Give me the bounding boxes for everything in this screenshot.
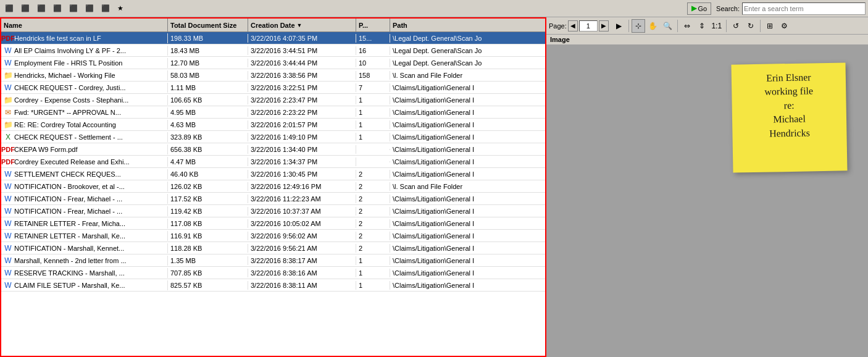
col-header-size[interactable]: Total Document Size [168, 19, 248, 32]
file-pages: 1 [356, 96, 390, 104]
prev-page-btn[interactable]: ◀ [568, 20, 578, 32]
zoom-in-btn[interactable]: 🔍 [661, 19, 675, 33]
table-row[interactable]: WSETTLEMENT CHECK REQUES...46.40 KB3/22/… [1, 168, 545, 180]
file-date: 3/22/2016 11:22:23 AM [248, 195, 356, 203]
table-row[interactable]: PDFHendricks file test scan in LF198.33 … [1, 32, 545, 44]
file-pages: 15... [356, 34, 390, 43]
page-input[interactable] [579, 20, 598, 32]
table-row[interactable]: WMarshall, Kenneth - 2nd letter from ...… [1, 254, 545, 267]
go-button[interactable]: ▶ Go [687, 2, 711, 15]
col-header-date[interactable]: Creation Date ▼ [248, 19, 356, 32]
file-path: \l. Scan and File Folder [390, 71, 545, 80]
file-name-cell: WAll EP Claims Involving LY & PF - 2... [1, 46, 168, 56]
col-header-name[interactable]: Name [1, 19, 168, 32]
table-row[interactable]: XCHECK REQUEST - Settlement - ...323.89 … [1, 131, 545, 143]
file-path: \Legal Dept. General\Scan Jo [390, 34, 545, 43]
table-row[interactable]: WNOTIFICATION - Marshall, Kennet...118.2… [1, 242, 545, 254]
table-row[interactable]: WRESERVE TRACKING - Marshall, ...707.85 … [1, 267, 545, 279]
image-toolbar: Page: ◀ ▶ ▶ ⊹ ✋ 🔍 ⇔ ⇕ 1:1 ↺ ↻ ⊞ ⚙ [546, 17, 868, 35]
file-name: RE: RE: Cordrey Total Accounting [14, 121, 116, 128]
table-row[interactable]: WNOTIFICATION - Frear, Michael - ...119.… [1, 205, 545, 217]
file-type-icon: W [4, 83, 12, 92]
toolbar-btn-1[interactable]: ⬛ [2, 2, 16, 15]
toolbar-btn-4[interactable]: ⬛ [51, 2, 64, 15]
file-size: 12.70 MB [168, 59, 248, 67]
file-path: \Claims/Litigation\General I [390, 96, 545, 104]
main-toolbar: ⬛ ⬛ ⬛ ⬛ ⬛ ⬛ ⬛ ★ ▶ Go Search: [0, 0, 868, 17]
file-date: 3/22/2016 2:01:57 PM [248, 120, 356, 129]
table-row[interactable]: ✉Fwd: *URGENT* -- APPROVAL N...4.95 MB3/… [1, 106, 545, 119]
actual-size-btn[interactable]: 1:1 [710, 19, 724, 33]
file-name: Hendricks file test scan in LF [14, 35, 101, 42]
toolbar-btn-6[interactable]: ⬛ [83, 2, 96, 15]
table-row[interactable]: 📁Cordrey - Expense Costs - Stephani...10… [1, 94, 545, 106]
file-path: \Claims/Litigation\General I [390, 133, 545, 141]
fit-page-btn[interactable]: ⇕ [695, 19, 709, 33]
file-path: \Claims/Litigation\General I [390, 145, 545, 154]
table-row[interactable]: WRETAINER LETTER - Marshall, Ke...116.91… [1, 230, 545, 242]
col-header-pages[interactable]: P... [356, 19, 390, 32]
toolbar-btn-3[interactable]: ⬛ [35, 2, 48, 15]
file-type-icon: W [4, 219, 12, 228]
file-path: \Claims/Litigation\General I [390, 170, 545, 178]
settings-btn[interactable]: ⚙ [778, 19, 791, 33]
table-row[interactable]: 📁Hendricks, Michael - Working File58.03 … [1, 69, 545, 82]
file-pages: 1 [356, 133, 390, 141]
file-type-icon: W [4, 46, 12, 55]
file-name: NOTIFICATION - Frear, Michael - ... [14, 208, 122, 215]
file-type-icon: 📁 [4, 96, 12, 104]
select-tool-btn[interactable]: ⊹ [632, 19, 645, 33]
file-size: 4.63 MB [168, 120, 248, 129]
file-name: CLAIM FILE SETUP - Marshall, Ke... [14, 282, 125, 289]
play-btn[interactable]: ▶ [612, 19, 626, 33]
file-name-cell: WNOTIFICATION - Marshall, Kennet... [1, 243, 168, 253]
next-page-btn[interactable]: ▶ [599, 20, 609, 32]
file-name: CHECK REQUEST - Settlement - ... [14, 133, 123, 141]
table-row[interactable]: WEmployment File - HRIS TL Position12.70… [1, 57, 545, 69]
table-row[interactable]: PDFCKEPA W9 Form.pdf656.38 KB3/22/2016 1… [1, 143, 545, 156]
image-content: Erin Elsnerworking filere:MichaelHendric… [546, 45, 868, 357]
table-row[interactable]: WCLAIM FILE SETUP - Marshall, Ke...825.5… [1, 279, 545, 292]
file-name-cell: 📁Hendricks, Michael - Working File [1, 70, 168, 80]
file-name-cell: XCHECK REQUEST - Settlement - ... [1, 132, 168, 142]
file-list[interactable]: PDFHendricks file test scan in LF198.33 … [1, 32, 545, 356]
table-row[interactable]: WNOTIFICATION - Frear, Michael - ...117.… [1, 193, 545, 205]
file-date: 3/22/2016 2:23:22 PM [248, 108, 356, 117]
file-size: 323.89 KB [168, 133, 248, 141]
file-pages: 16 [356, 46, 390, 55]
image-area: Image Erin Elsnerworking filere:MichaelH… [546, 35, 868, 357]
table-row[interactable]: 📁RE: RE: Cordrey Total Accounting4.63 MB… [1, 119, 545, 131]
file-name: Marshall, Kenneth - 2nd letter from ... [14, 257, 127, 264]
search-input[interactable] [742, 2, 866, 15]
sort-arrow-icon: ▼ [297, 22, 303, 28]
file-type-icon: W [4, 207, 12, 216]
rotate-left-btn[interactable]: ↺ [729, 19, 743, 33]
file-type-icon: W [4, 170, 12, 178]
fit-width-btn[interactable]: ⇔ [680, 19, 694, 33]
toolbar-btn-7[interactable]: ⬛ [99, 2, 112, 15]
col-header-path[interactable]: Path [390, 19, 545, 32]
rotate-right-btn[interactable]: ↻ [744, 19, 757, 33]
file-name-cell: WNOTIFICATION - Frear, Michael - ... [1, 206, 168, 216]
table-row[interactable]: PDFCordrey Executed Release and Exhi...4… [1, 156, 545, 168]
file-name-cell: WMarshall, Kenneth - 2nd letter from ... [1, 256, 168, 266]
table-row[interactable]: WAll EP Claims Involving LY & PF - 2...1… [1, 44, 545, 57]
file-size: 1.11 MB [168, 83, 248, 92]
table-row[interactable]: WRETAINER LETTER - Frear, Micha...117.08… [1, 217, 545, 230]
file-size: 58.03 MB [168, 71, 248, 80]
pan-tool-btn[interactable]: ✋ [646, 19, 660, 33]
file-pages: 2 [356, 232, 390, 240]
column-headers: Name Total Document Size Creation Date ▼… [1, 19, 545, 32]
table-row[interactable]: WCHECK REQUEST - Cordrey, Justi...1.11 M… [1, 82, 545, 94]
file-size: 18.43 MB [168, 46, 248, 55]
file-path: \Legal Dept. General\Scan Jo [390, 59, 545, 67]
grid-btn[interactable]: ⊞ [763, 19, 777, 33]
toolbar-btn-8[interactable]: ★ [115, 2, 126, 15]
table-row[interactable]: WNOTIFICATION - Brookover, et al -...126… [1, 180, 545, 193]
file-size: 1.35 MB [168, 256, 248, 265]
file-size: 198.33 MB [168, 34, 248, 43]
file-name: CKEPA W9 Form.pdf [14, 146, 78, 153]
toolbar-btn-2[interactable]: ⬛ [19, 2, 32, 15]
toolbar-btn-5[interactable]: ⬛ [67, 2, 80, 15]
file-type-icon: X [4, 133, 12, 141]
